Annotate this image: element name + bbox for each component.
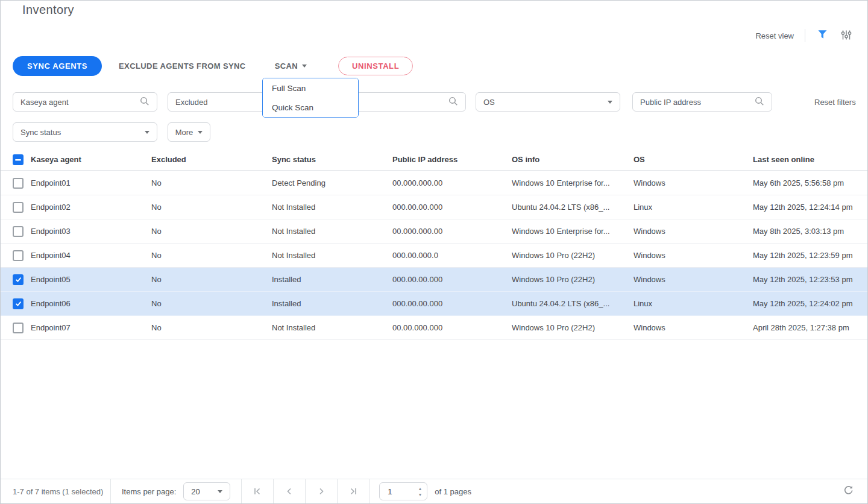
menu-item-quick-scan[interactable]: Quick Scan [263,98,358,117]
cell-kaseya-agent: Endpoint07 [31,323,151,332]
scan-button-label: SCAN [275,61,298,71]
excluded-select-value: Excluded [175,98,207,107]
pagination-footer: 1-7 of 7 items (1 selected) Items per pa… [1,479,867,503]
cell-excluded: No [151,275,272,284]
cell-last-seen: May 12th 2025, 12:24:02 pm [753,299,868,308]
select-all-checkbox[interactable] [13,154,24,165]
cell-last-seen: April 28th 2025, 1:27:38 pm [753,323,868,332]
cell-public-ip: 000.00.000.0 [392,251,512,260]
sync-agents-button[interactable]: SYNC AGENTS [13,56,102,76]
table-row[interactable]: Endpoint01NoDetect Pending00.000.000.00W… [1,171,868,195]
chevron-down-icon [145,131,149,134]
page-spinner: ▲ ▼ [418,487,422,497]
uninstall-button[interactable]: UNINSTALL [338,57,413,75]
cell-public-ip: 00.000.000.00 [392,227,512,236]
items-per-page-label: Items per page: [122,487,176,496]
exclude-agents-button[interactable]: EXCLUDE AGENTS FROM SYNC [119,61,246,71]
column-header-sync-status[interactable]: Sync status [272,155,392,164]
cell-sync-status: Installed [272,275,392,284]
row-checkbox[interactable] [13,202,24,213]
cell-excluded: No [151,251,272,260]
reset-filters-button[interactable]: Reset filters [814,98,856,107]
more-filters-button[interactable]: More [168,122,210,142]
chevron-down-icon [198,131,203,134]
column-header-last-seen[interactable]: Last seen online [753,155,868,164]
table-row[interactable]: Endpoint04NoNot Installed000.00.000.0Win… [1,244,868,268]
last-page-button[interactable] [346,484,360,499]
cell-public-ip: 00.000.000.00 [392,178,512,187]
page-title: Inventory [22,3,74,17]
cell-excluded: No [151,299,272,308]
scan-button[interactable]: SCAN [275,61,307,71]
page-decrement-button[interactable]: ▼ [418,493,422,497]
cell-last-seen: May 8th 2025, 3:03:13 pm [753,227,868,236]
public-ip-search-input[interactable] [640,98,755,107]
table-row[interactable]: Endpoint02NoNot Installed000.00.00.000Ub… [1,195,868,219]
row-checkbox[interactable] [13,323,24,333]
cell-os: Windows [634,323,753,332]
menu-item-full-scan[interactable]: Full Scan [263,78,358,98]
refresh-button[interactable] [841,484,855,499]
column-header-os[interactable]: OS [634,155,753,164]
page-increment-button[interactable]: ▲ [418,487,422,491]
row-checkbox-cell [1,226,31,237]
reset-view-button[interactable]: Reset view [755,31,794,40]
table-row[interactable]: Endpoint07NoNot Installed00.00.000.000Wi… [1,316,868,340]
items-per-page-value: 20 [191,487,200,496]
items-per-page-select[interactable]: 20 [183,482,230,500]
prev-page-cell [274,479,306,503]
toolbar: SYNC AGENTS EXCLUDE AGENTS FROM SYNC SCA… [13,56,413,76]
cell-excluded: No [151,178,272,187]
page-number-input[interactable] [380,487,406,496]
prev-page-button[interactable] [282,484,297,499]
cell-kaseya-agent: Endpoint03 [31,227,151,236]
divider [805,29,805,42]
table-row[interactable]: Endpoint05NoInstalled000.00.00.000Window… [1,268,868,292]
cell-excluded: No [151,203,272,212]
cell-os: Windows [634,178,753,187]
last-page-cell [338,479,370,503]
next-page-button[interactable] [314,484,329,499]
row-checkbox[interactable] [13,226,24,237]
cell-sync-status: Not Installed [272,251,392,260]
os-select[interactable]: OS [476,92,620,112]
cell-os-info: Windows 10 Enterprise for... [512,227,634,236]
column-header-os-info[interactable]: OS info [512,155,634,164]
first-page-button[interactable] [250,484,265,499]
row-checkbox[interactable] [13,298,24,309]
cell-kaseya-agent: Endpoint04 [31,251,151,260]
column-header-kaseya-agent[interactable]: Kaseya agent [31,155,151,164]
cell-public-ip: 000.00.00.000 [392,299,512,308]
search-icon [755,96,764,108]
scan-dropdown-menu: Full Scan Quick Scan [262,78,359,118]
cell-excluded: No [151,227,272,236]
chevron-down-icon [218,490,222,493]
next-page-cell [306,479,338,503]
kaseya-agent-search-field[interactable] [13,92,157,112]
more-filters-label: More [175,128,193,137]
view-settings-button[interactable] [840,28,853,43]
table-row[interactable]: Endpoint03NoNot Installed00.000.000.00Wi… [1,219,868,244]
column-header-public-ip[interactable]: Public IP address [392,155,512,164]
cell-os: Linux [634,299,753,308]
table-row[interactable]: Endpoint06NoInstalled000.00.00.000Ubuntu… [1,292,868,316]
kaseya-agent-search-input[interactable] [20,98,140,107]
row-checkbox[interactable] [13,178,24,189]
cell-os-info: Windows 10 Enterprise for... [512,178,634,187]
sync-status-select[interactable]: Sync status [13,122,157,142]
row-checkbox[interactable] [13,274,24,285]
column-header-excluded[interactable]: Excluded [151,155,272,164]
cell-os: Linux [634,203,753,212]
chevron-down-icon [302,65,307,68]
cell-public-ip: 00.00.000.000 [392,323,512,332]
refresh-icon [843,488,854,497]
view-controls: Reset view [755,28,853,43]
filter-funnel-button[interactable] [816,28,829,43]
sync-status-select-value: Sync status [20,128,61,137]
cell-os-info: Windows 10 Pro (22H2) [512,251,634,260]
public-ip-search-field[interactable] [632,92,772,112]
row-checkbox[interactable] [13,250,24,261]
cell-sync-status: Installed [272,299,392,308]
cell-public-ip: 000.00.00.000 [392,275,512,284]
cell-os: Windows [634,227,753,236]
